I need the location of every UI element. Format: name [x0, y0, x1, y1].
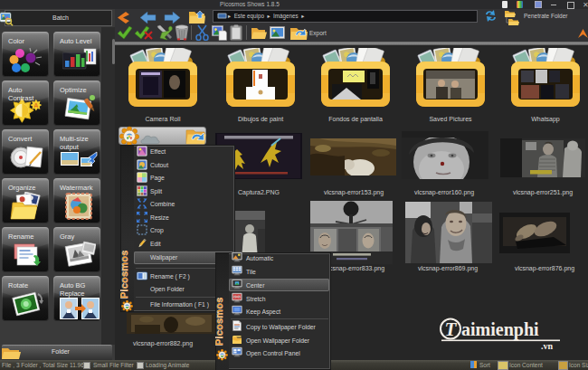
svg-text:aimienphi: aimienphi — [461, 319, 539, 340]
svg-text:T: T — [445, 318, 458, 340]
svg-text:Picosmos: Picosmos — [120, 250, 129, 299]
svg-text:Picosmos: Picosmos — [215, 297, 224, 346]
svg-text:.vn: .vn — [541, 341, 554, 351]
svg-text:A: A — [33, 101, 39, 109]
